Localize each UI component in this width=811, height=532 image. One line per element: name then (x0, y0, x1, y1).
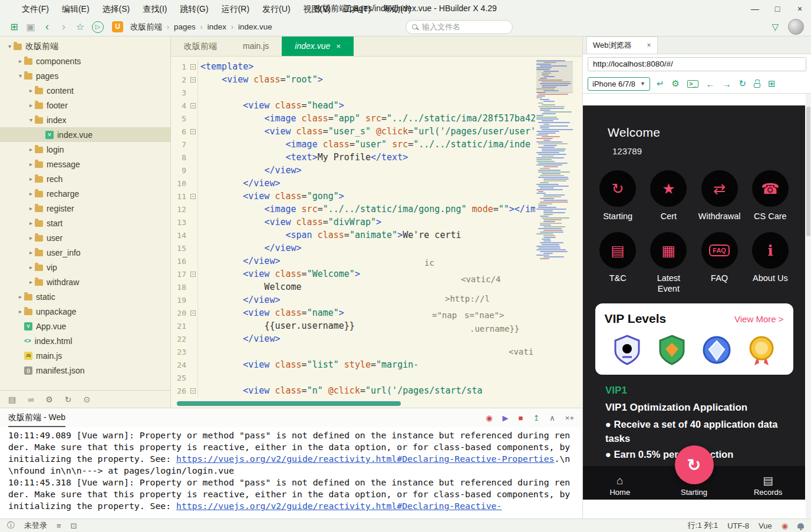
code-line[interactable]: 13 <view class="divWrap"> (171, 216, 535, 229)
code-line[interactable]: 9 </view> (171, 164, 535, 177)
code-line[interactable]: 11− <view class="gong"> (171, 190, 535, 203)
tree-item-user_info[interactable]: ▸user_info (0, 245, 170, 260)
gold-medal-badge[interactable] (745, 333, 778, 366)
tree-item-pages[interactable]: ▾pages (0, 68, 170, 83)
code-line[interactable]: 5 <image class="app" src="../../static/i… (171, 112, 535, 125)
code-line[interactable]: 10 </view> (171, 177, 535, 190)
code-line[interactable]: 2− <view class="root"> (171, 73, 535, 86)
breadcrumb-item[interactable]: 改版前端 (129, 22, 163, 32)
uniapp-icon[interactable]: U (112, 21, 123, 32)
console-link[interactable]: https://vuejs.org/v2/guide/reactivity.ht… (176, 454, 554, 464)
breadcrumb-item[interactable]: index.vue (237, 22, 273, 31)
menu-item[interactable]: 选择(S) (96, 0, 137, 18)
nav-item-home[interactable]: ⌂Home (583, 475, 657, 497)
grid-item-starting[interactable]: ↻Starting (599, 170, 636, 222)
browser-tab[interactable]: Web浏览器 × (586, 37, 658, 54)
tree-item-login[interactable]: ▸login (0, 142, 170, 157)
tree-item-App.vue[interactable]: VApp.vue (0, 319, 170, 333)
starting-fab-button[interactable]: ↻ (675, 445, 714, 484)
code-line[interactable]: 4− <view class="head"> (171, 99, 535, 112)
tree-item-main.js[interactable]: JSmain.js (0, 348, 170, 363)
nav-item-starting[interactable]: Starting (657, 486, 731, 497)
grid-item-cert[interactable]: ★Cert (650, 170, 687, 222)
arrow-left-icon[interactable]: ← (706, 79, 715, 89)
jump-icon[interactable]: ⊡ (71, 521, 77, 530)
blue-diamond-badge[interactable] (700, 333, 733, 366)
review-icon[interactable]: ∞ (28, 395, 34, 404)
tree-item-start[interactable]: ▸start (0, 216, 170, 230)
code-line[interactable]: 24 <view class="list" style="margin- (171, 358, 535, 371)
horizontal-scrollbar[interactable] (177, 401, 401, 406)
code-line[interactable]: 6− <view class="user_s" @click="url('/pa… (171, 125, 535, 138)
tree-item-components[interactable]: ▸components (0, 54, 170, 68)
code-line[interactable]: 1−<template> (171, 60, 535, 73)
preview-scrollbar[interactable] (806, 94, 811, 518)
code-line[interactable]: 3 (171, 86, 535, 99)
tree-item-register[interactable]: ▸register (0, 201, 170, 216)
tree-item-content[interactable]: ▸content (0, 83, 170, 98)
nav-item-records[interactable]: ▤Records (731, 475, 805, 497)
minimap-viewport[interactable] (536, 61, 573, 93)
grid-item-latest-event[interactable]: ▦Latest Event (647, 232, 690, 294)
clear-icon[interactable]: ×+ (565, 414, 574, 422)
code-line[interactable]: 15 </view> (171, 242, 535, 255)
settings-icon[interactable]: ⚙ (45, 395, 53, 404)
tree-item-recharge[interactable]: ▸recharge (0, 186, 170, 201)
fold-icon[interactable]: − (190, 77, 196, 82)
device-select[interactable]: iPhone 6/7/8 ▼ (588, 77, 650, 91)
cursor-position[interactable]: 行:1 列:1 (688, 520, 718, 531)
lock-icon[interactable] (754, 83, 760, 88)
code-line[interactable]: 14 <span class="animate">We're certi (171, 229, 535, 242)
export-icon[interactable]: ↥ (533, 414, 539, 422)
gear-icon[interactable]: ⚙ (672, 78, 680, 89)
code-line[interactable]: 20− <view class="name"> (171, 306, 535, 319)
breadcrumb-item[interactable]: pages (173, 22, 197, 31)
fold-icon[interactable]: − (190, 388, 196, 394)
return-icon[interactable]: ↵ (657, 78, 664, 89)
code-line[interactable]: 23 (171, 345, 535, 358)
preview-scrollbar-thumb[interactable] (806, 107, 810, 236)
grid-item-about-us[interactable]: ℹAbout Us (752, 232, 789, 294)
sync-icon[interactable]: ↻ (65, 395, 72, 404)
refresh-icon[interactable]: ↻ (739, 78, 747, 89)
fold-icon[interactable]: − (190, 129, 196, 134)
restart-icon[interactable]: ▶ (503, 414, 509, 422)
alert-icon[interactable]: ◉ (782, 521, 788, 530)
record-icon[interactable]: ⊙ (84, 395, 91, 404)
save-icon[interactable]: ▣ (22, 21, 39, 32)
bell-icon[interactable] (797, 523, 804, 528)
file-search-input[interactable]: 输入文件名 (406, 20, 513, 34)
purple-shield-badge[interactable] (611, 333, 644, 366)
editor-tab[interactable]: main.js (230, 37, 282, 56)
fold-icon[interactable]: − (190, 103, 196, 108)
panels-icon[interactable]: ⊞ (6, 21, 22, 32)
outline-icon[interactable]: ≡ (57, 521, 61, 530)
tree-item-rech[interactable]: ▸rech (0, 171, 170, 186)
grid-item-withdrawal[interactable]: ⇄Withdrawal (698, 170, 741, 222)
tree-item-index[interactable]: ▾index (0, 113, 170, 127)
close-icon[interactable]: × (336, 37, 341, 56)
code-line[interactable]: 16 </view> (171, 255, 535, 267)
tree-item-message[interactable]: ▸message (0, 157, 170, 171)
code-line[interactable]: 17− <view class="Welcome"> (171, 267, 535, 280)
breadcrumb-item[interactable]: index (206, 22, 228, 31)
code-line[interactable]: 8 <text>My Profile</text> (171, 151, 535, 164)
code-editor[interactable]: 改版前端main.jsindex.vue× 1−<template>2− <vi… (171, 37, 582, 408)
grid-item-cs-care[interactable]: ☎CS Care (752, 170, 789, 222)
close-icon[interactable]: × (647, 41, 651, 49)
maximize-icon[interactable]: □ (766, 0, 789, 18)
code-line[interactable]: 19 </view> (171, 293, 535, 306)
tree-item-footer[interactable]: ▸footer (0, 98, 170, 113)
tree-item-unpackage[interactable]: ▸unpackage (0, 304, 170, 319)
files-icon[interactable]: ▤ (8, 395, 16, 404)
avatar[interactable] (788, 19, 804, 35)
arrow-right-icon[interactable]: → (723, 79, 731, 89)
tree-item-user[interactable]: ▸user (0, 230, 170, 245)
qr-icon[interactable]: ⊞ (768, 78, 776, 89)
code-line[interactable]: 12 <image src="../../static/ima/gong.png… (171, 203, 535, 216)
tree-item-[interactable]: ▾改版前端 (0, 39, 170, 54)
tree-item-index.vue[interactable]: Vindex.vue (0, 127, 170, 142)
tree-item-static[interactable]: ▸static (0, 289, 170, 304)
code-line[interactable]: 7 <image class="user" src="../../static/… (171, 138, 535, 151)
console-link[interactable]: https://vuejs.org/v2/guide/reactivity.ht… (176, 501, 502, 511)
